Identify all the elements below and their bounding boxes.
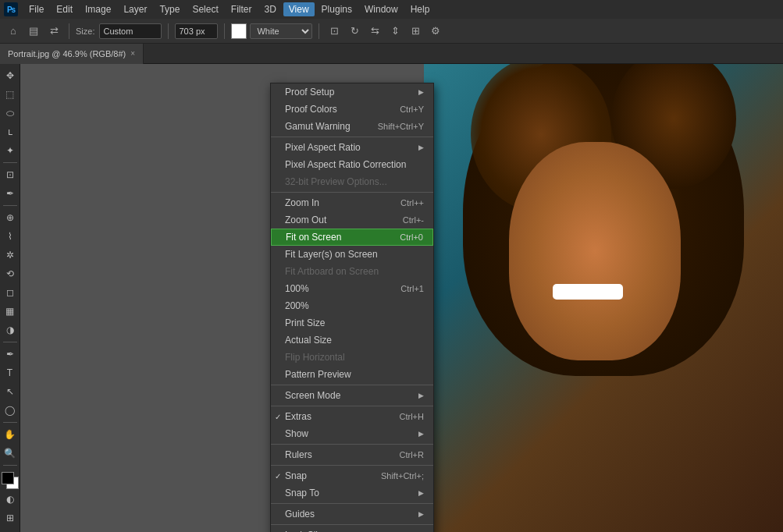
tool-eyedropper[interactable]: ✒ <box>2 185 19 202</box>
tool-artboard[interactable]: ⊞ <box>2 509 19 527</box>
tool-dodge[interactable]: ◑ <box>2 321 19 339</box>
tool-pen[interactable]: ✒ <box>2 346 19 363</box>
menu-edit[interactable]: Edit <box>51 2 78 16</box>
canvas-area: Proof Setup ▶ Proof Colors Ctrl+Y Gamut … <box>20 64 783 532</box>
menu-200pct[interactable]: 200% <box>271 297 433 314</box>
menu-fit-layers[interactable]: Fit Layer(s) on Screen <box>271 246 433 263</box>
proof-setup-arrow: ▶ <box>418 88 424 96</box>
tool-lasso[interactable]: ʟ <box>2 123 19 140</box>
tool-marquee-ellipse[interactable]: ⬭ <box>2 105 19 122</box>
tool-path-select[interactable]: ↖ <box>2 383 19 400</box>
menu-layer[interactable]: Layer <box>118 2 152 16</box>
fit-layers-label: Fit Layer(s) on Screen <box>285 249 378 260</box>
tool-eraser[interactable]: ◻ <box>2 284 19 301</box>
menu-snap[interactable]: Snap Shift+Ctrl+; <box>271 467 433 484</box>
left-toolbar: ✥ ⬚ ⬭ ʟ ✦ ⊡ ✒ ⊕ ⌇ ✲ ⟲ ◻ ▦ ◑ ✒ T ↖ ◯ ✋ 🔍 … <box>0 64 20 532</box>
tool-brush[interactable]: ⌇ <box>2 228 19 245</box>
width-input[interactable] <box>175 23 218 39</box>
separator-7 <box>271 503 433 504</box>
fit-artboard-label: Fit Artboard on Screen <box>285 266 379 277</box>
tool-spot-heal[interactable]: ⊕ <box>2 209 19 226</box>
teeth-shape <box>553 284 623 300</box>
menu-select[interactable]: Select <box>187 2 223 16</box>
menu-proof-setup[interactable]: Proof Setup ▶ <box>271 83 433 101</box>
rulers-label: Rulers <box>285 449 312 460</box>
preset-dropdown-icon[interactable]: ▤ <box>25 23 42 40</box>
separator-6 <box>271 465 433 466</box>
menu-file[interactable]: File <box>23 2 49 16</box>
size-label: Size: <box>76 27 94 36</box>
menu-actual-size[interactable]: Actual Size <box>271 332 433 349</box>
tool-type[interactable]: T <box>2 364 19 381</box>
menu-zoom-out[interactable]: Zoom Out Ctrl+- <box>271 211 433 229</box>
menu-snap-to[interactable]: Snap To ▶ <box>271 484 433 502</box>
document-tab[interactable]: Portrait.jpg @ 46.9% (RGB/8#) × <box>0 44 144 64</box>
menu-extras[interactable]: Extras Ctrl+H <box>271 408 433 425</box>
tool-quick-mask[interactable]: ◐ <box>2 491 19 508</box>
tool-magic-wand[interactable]: ✦ <box>2 142 19 159</box>
flip-horizontal-label: Flip Horizontal <box>285 352 345 363</box>
menu-rulers[interactable]: Rulers Ctrl+R <box>271 446 433 463</box>
tool-history-brush[interactable]: ⟲ <box>2 265 19 282</box>
rotate-icon[interactable]: ↻ <box>346 23 363 40</box>
menu-zoom-in[interactable]: Zoom In Ctrl++ <box>271 194 433 211</box>
menu-fit-on-screen[interactable]: Fit on Screen Ctrl+0 <box>271 229 433 246</box>
menu-print-size[interactable]: Print Size <box>271 314 433 332</box>
menu-pixel-aspect-correction[interactable]: Pixel Aspect Ratio Correction <box>271 156 433 173</box>
tool-move[interactable]: ✥ <box>2 67 19 84</box>
menu-plugins[interactable]: Plugins <box>316 2 358 16</box>
separator-5 <box>271 444 433 445</box>
tool-gradient[interactable]: ▦ <box>2 303 19 320</box>
swap-icon[interactable]: ⇄ <box>45 23 62 40</box>
color-preview[interactable] <box>231 23 247 39</box>
menu-type[interactable]: Type <box>154 2 185 16</box>
tab-close-button[interactable]: × <box>130 49 135 58</box>
menu-window[interactable]: Window <box>359 2 404 16</box>
flip-icon[interactable]: ⇆ <box>366 23 383 40</box>
menu-3d[interactable]: 3D <box>258 2 281 16</box>
tool-hand[interactable]: ✋ <box>2 426 19 443</box>
screen-mode-arrow: ▶ <box>418 392 424 399</box>
menu-guides[interactable]: Guides ▶ <box>271 505 433 523</box>
menu-pixel-aspect-ratio[interactable]: Pixel Aspect Ratio ▶ <box>271 139 433 156</box>
tool-crop[interactable]: ⊡ <box>2 166 19 183</box>
menu-view[interactable]: View <box>283 2 315 16</box>
menu-proof-colors[interactable]: Proof Colors Ctrl+Y <box>271 101 433 118</box>
home-icon[interactable]: ⌂ <box>5 23 22 40</box>
separator-4 <box>271 406 433 406</box>
color-dropdown[interactable]: White <box>250 23 312 39</box>
portrait-image <box>424 64 783 532</box>
menu-filter[interactable]: Filter <box>226 2 258 16</box>
settings-icon[interactable]: ⚙ <box>427 23 444 40</box>
tool-shape[interactable]: ◯ <box>2 402 19 419</box>
menu-help[interactable]: Help <box>405 2 436 16</box>
fit-on-screen-shortcut: Ctrl+0 <box>400 232 423 242</box>
pixel-aspect-correction-label: Pixel Aspect Ratio Correction <box>285 159 406 170</box>
crop-icon[interactable]: ⊡ <box>326 23 343 40</box>
menu-show[interactable]: Show ▶ <box>271 425 433 442</box>
ps-logo-icon: Ps <box>4 2 18 16</box>
size-input[interactable] <box>99 23 162 39</box>
zoom-out-shortcut: Ctrl+- <box>403 215 424 225</box>
snap-to-arrow: ▶ <box>418 489 424 497</box>
separator-3 <box>271 385 433 385</box>
separator-2 <box>271 192 433 193</box>
foreground-color-swatch[interactable] <box>2 472 14 484</box>
proof-setup-label: Proof Setup <box>285 87 334 98</box>
separator-1 <box>271 137 433 137</box>
menu-lock-slices[interactable]: Lock Slices <box>271 527 433 532</box>
tool-clone[interactable]: ✲ <box>2 246 19 264</box>
menu-100pct[interactable]: 100% Ctrl+1 <box>271 280 433 297</box>
menu-gamut-warning[interactable]: Gamut Warning Shift+Ctrl+Y <box>271 118 433 135</box>
tool-separator-1 <box>3 162 17 163</box>
mirror-icon[interactable]: ⇕ <box>386 23 404 40</box>
color-swatches[interactable] <box>2 472 19 489</box>
tool-zoom[interactable]: 🔍 <box>2 445 19 462</box>
menu-image[interactable]: Image <box>80 2 116 16</box>
tool-marquee-rect[interactable]: ⬚ <box>2 86 19 103</box>
face-shape <box>509 142 681 360</box>
screen-mode-label: Screen Mode <box>285 390 340 401</box>
expand-icon[interactable]: ⊞ <box>407 23 424 40</box>
menu-pattern-preview[interactable]: Pattern Preview <box>271 366 433 383</box>
menu-screen-mode[interactable]: Screen Mode ▶ <box>271 387 433 404</box>
